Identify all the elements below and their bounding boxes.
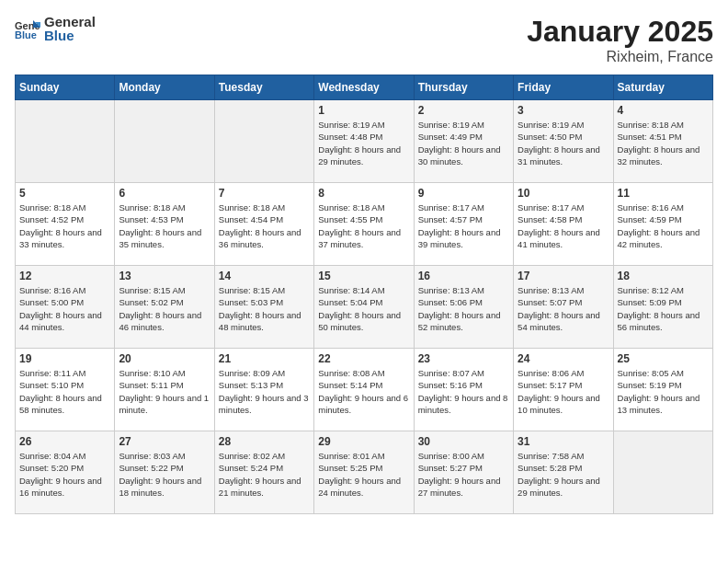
day-number: 18 <box>618 270 709 282</box>
day-number: 17 <box>518 270 609 282</box>
day-info: Sunrise: 8:10 AMSunset: 5:11 PMDaylight:… <box>119 367 210 416</box>
day-info: Sunrise: 7:58 AMSunset: 5:28 PMDaylight:… <box>518 450 609 499</box>
calendar-cell <box>214 100 313 183</box>
calendar-cell: 24Sunrise: 8:06 AMSunset: 5:17 PMDayligh… <box>514 349 613 431</box>
day-number: 23 <box>418 352 509 365</box>
calendar-cell: 12Sunrise: 8:16 AMSunset: 5:00 PMDayligh… <box>16 266 115 349</box>
day-number: 4 <box>618 104 709 117</box>
weekday-header-sunday: Sunday <box>16 75 115 100</box>
calendar-cell: 13Sunrise: 8:15 AMSunset: 5:02 PMDayligh… <box>115 266 214 349</box>
week-row-5: 26Sunrise: 8:04 AMSunset: 5:20 PMDayligh… <box>16 431 713 514</box>
day-info: Sunrise: 8:18 AMSunset: 4:54 PMDaylight:… <box>219 201 310 250</box>
day-info: Sunrise: 8:04 AMSunset: 5:20 PMDaylight:… <box>19 450 110 499</box>
calendar-cell <box>613 431 712 514</box>
weekday-header-saturday: Saturday <box>613 75 712 100</box>
weekday-header-thursday: Thursday <box>414 75 513 100</box>
day-number: 3 <box>518 104 609 117</box>
day-info: Sunrise: 8:11 AMSunset: 5:10 PMDaylight:… <box>19 367 110 416</box>
day-info: Sunrise: 8:19 AMSunset: 4:50 PMDaylight:… <box>518 119 609 167</box>
day-number: 7 <box>219 187 310 200</box>
day-info: Sunrise: 8:18 AMSunset: 4:52 PMDaylight:… <box>19 201 110 250</box>
calendar-cell: 10Sunrise: 8:17 AMSunset: 4:58 PMDayligh… <box>514 183 613 266</box>
day-info: Sunrise: 8:16 AMSunset: 4:59 PMDaylight:… <box>618 201 709 250</box>
title-area: January 2025 Rixheim, France <box>527 15 713 65</box>
day-info: Sunrise: 8:14 AMSunset: 5:04 PMDaylight:… <box>318 284 409 333</box>
week-row-1: 1Sunrise: 8:19 AMSunset: 4:48 PMDaylight… <box>16 100 713 183</box>
calendar-cell: 9Sunrise: 8:17 AMSunset: 4:57 PMDaylight… <box>414 183 513 266</box>
day-info: Sunrise: 8:06 AMSunset: 5:17 PMDaylight:… <box>518 367 609 416</box>
day-number: 29 <box>318 435 409 448</box>
day-number: 9 <box>418 187 509 200</box>
day-info: Sunrise: 8:00 AMSunset: 5:27 PMDaylight:… <box>418 450 509 499</box>
day-info: Sunrise: 8:13 AMSunset: 5:06 PMDaylight:… <box>418 284 509 333</box>
logo-icon: General Blue <box>15 18 40 39</box>
day-info: Sunrise: 8:07 AMSunset: 5:16 PMDaylight:… <box>418 367 509 416</box>
day-info: Sunrise: 8:08 AMSunset: 5:14 PMDaylight:… <box>318 367 409 416</box>
calendar-cell: 21Sunrise: 8:09 AMSunset: 5:13 PMDayligh… <box>214 349 313 431</box>
day-number: 8 <box>318 187 409 200</box>
calendar-cell: 22Sunrise: 8:08 AMSunset: 5:14 PMDayligh… <box>314 349 414 431</box>
calendar-cell: 18Sunrise: 8:12 AMSunset: 5:09 PMDayligh… <box>613 266 712 349</box>
weekday-header-tuesday: Tuesday <box>214 75 313 100</box>
day-info: Sunrise: 8:13 AMSunset: 5:07 PMDaylight:… <box>518 284 609 333</box>
calendar-cell: 5Sunrise: 8:18 AMSunset: 4:52 PMDaylight… <box>16 183 115 266</box>
calendar-cell: 27Sunrise: 8:03 AMSunset: 5:22 PMDayligh… <box>115 431 214 514</box>
day-number: 20 <box>119 352 210 365</box>
month-title: January 2025 <box>527 15 713 49</box>
day-number: 26 <box>19 435 110 448</box>
calendar-cell: 23Sunrise: 8:07 AMSunset: 5:16 PMDayligh… <box>414 349 513 431</box>
day-number: 19 <box>19 352 110 365</box>
logo-general: General <box>44 15 96 29</box>
calendar-cell: 14Sunrise: 8:15 AMSunset: 5:03 PMDayligh… <box>214 266 313 349</box>
weekday-header-row: SundayMondayTuesdayWednesdayThursdayFrid… <box>16 75 713 100</box>
calendar-table: SundayMondayTuesdayWednesdayThursdayFrid… <box>15 75 713 514</box>
day-number: 11 <box>618 187 709 200</box>
day-number: 22 <box>318 352 409 365</box>
day-number: 13 <box>119 270 210 282</box>
calendar-cell: 4Sunrise: 8:18 AMSunset: 4:51 PMDaylight… <box>613 100 712 183</box>
day-number: 24 <box>518 352 609 365</box>
day-info: Sunrise: 8:15 AMSunset: 5:02 PMDaylight:… <box>119 284 210 333</box>
day-info: Sunrise: 8:18 AMSunset: 4:51 PMDaylight:… <box>618 119 709 167</box>
calendar-cell: 31Sunrise: 7:58 AMSunset: 5:28 PMDayligh… <box>514 431 613 514</box>
day-number: 6 <box>119 187 210 200</box>
calendar-cell: 19Sunrise: 8:11 AMSunset: 5:10 PMDayligh… <box>16 349 115 431</box>
day-info: Sunrise: 8:19 AMSunset: 4:49 PMDaylight:… <box>418 119 509 167</box>
day-info: Sunrise: 8:05 AMSunset: 5:19 PMDaylight:… <box>618 367 709 416</box>
calendar-cell: 25Sunrise: 8:05 AMSunset: 5:19 PMDayligh… <box>613 349 712 431</box>
day-info: Sunrise: 8:09 AMSunset: 5:13 PMDaylight:… <box>219 367 310 416</box>
day-number: 25 <box>618 352 709 365</box>
location-title: Rixheim, France <box>527 49 713 65</box>
calendar-cell: 16Sunrise: 8:13 AMSunset: 5:06 PMDayligh… <box>414 266 513 349</box>
calendar-cell: 8Sunrise: 8:18 AMSunset: 4:55 PMDaylight… <box>314 183 414 266</box>
day-number: 31 <box>518 435 609 448</box>
day-number: 12 <box>19 270 110 282</box>
calendar-cell: 11Sunrise: 8:16 AMSunset: 4:59 PMDayligh… <box>613 183 712 266</box>
calendar-cell: 15Sunrise: 8:14 AMSunset: 5:04 PMDayligh… <box>314 266 414 349</box>
day-info: Sunrise: 8:01 AMSunset: 5:25 PMDaylight:… <box>318 450 409 499</box>
day-number: 14 <box>219 270 310 282</box>
calendar-cell: 7Sunrise: 8:18 AMSunset: 4:54 PMDaylight… <box>214 183 313 266</box>
day-info: Sunrise: 8:17 AMSunset: 4:57 PMDaylight:… <box>418 201 509 250</box>
calendar-cell: 6Sunrise: 8:18 AMSunset: 4:53 PMDaylight… <box>115 183 214 266</box>
weekday-header-friday: Friday <box>514 75 613 100</box>
calendar-cell: 17Sunrise: 8:13 AMSunset: 5:07 PMDayligh… <box>514 266 613 349</box>
logo: General Blue General Blue <box>15 15 96 42</box>
calendar-cell: 1Sunrise: 8:19 AMSunset: 4:48 PMDaylight… <box>314 100 414 183</box>
day-number: 27 <box>119 435 210 448</box>
day-info: Sunrise: 8:12 AMSunset: 5:09 PMDaylight:… <box>618 284 709 333</box>
calendar-cell <box>16 100 115 183</box>
logo-blue: Blue <box>44 29 96 42</box>
calendar-cell: 30Sunrise: 8:00 AMSunset: 5:27 PMDayligh… <box>414 431 513 514</box>
day-number: 30 <box>418 435 509 448</box>
day-number: 21 <box>219 352 310 365</box>
day-info: Sunrise: 8:18 AMSunset: 4:55 PMDaylight:… <box>318 201 409 250</box>
day-info: Sunrise: 8:15 AMSunset: 5:03 PMDaylight:… <box>219 284 310 333</box>
week-row-4: 19Sunrise: 8:11 AMSunset: 5:10 PMDayligh… <box>16 349 713 431</box>
calendar-body: 1Sunrise: 8:19 AMSunset: 4:48 PMDaylight… <box>16 100 713 514</box>
calendar-cell: 28Sunrise: 8:02 AMSunset: 5:24 PMDayligh… <box>214 431 313 514</box>
week-row-2: 5Sunrise: 8:18 AMSunset: 4:52 PMDaylight… <box>16 183 713 266</box>
day-info: Sunrise: 8:16 AMSunset: 5:00 PMDaylight:… <box>19 284 110 333</box>
day-info: Sunrise: 8:18 AMSunset: 4:53 PMDaylight:… <box>119 201 210 250</box>
day-info: Sunrise: 8:19 AMSunset: 4:48 PMDaylight:… <box>318 119 409 167</box>
